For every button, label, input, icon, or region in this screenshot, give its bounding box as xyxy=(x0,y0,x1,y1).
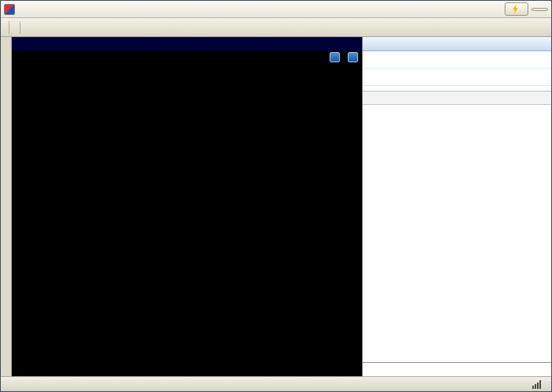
toolbar xyxy=(1,18,551,37)
ask-row xyxy=(363,51,551,69)
app-window xyxy=(0,0,552,392)
app-icon xyxy=(4,4,15,15)
heart-link-button[interactable] xyxy=(531,8,548,11)
status-right xyxy=(527,380,546,389)
chart-column xyxy=(12,37,362,376)
status-bar xyxy=(1,376,551,391)
tick-view-tabs xyxy=(363,362,551,376)
chart-legend-row xyxy=(12,50,362,63)
quote-title xyxy=(363,37,551,51)
menu-bar-right xyxy=(505,2,548,16)
bid-row xyxy=(363,69,551,86)
tick-table xyxy=(363,105,551,362)
chart-body xyxy=(12,50,362,376)
lightning-icon xyxy=(512,4,519,14)
toolbar-separator xyxy=(9,21,9,34)
price-chart[interactable] xyxy=(12,63,362,276)
network-signal-icon xyxy=(532,380,541,389)
toolbar-separator xyxy=(20,21,21,34)
menu-bar xyxy=(1,1,551,18)
zoom-out-button[interactable] xyxy=(348,52,358,62)
volume-chart[interactable] xyxy=(12,276,362,357)
time-axis xyxy=(12,357,362,369)
trade-button[interactable] xyxy=(505,2,528,16)
quote-fields-grid xyxy=(363,86,551,91)
tick-table-header xyxy=(363,91,551,105)
main-area xyxy=(1,37,551,376)
zoom-in-button[interactable] xyxy=(330,52,340,62)
left-tab-strip xyxy=(1,37,12,376)
chart-header xyxy=(12,37,362,50)
quote-panel xyxy=(362,37,551,376)
